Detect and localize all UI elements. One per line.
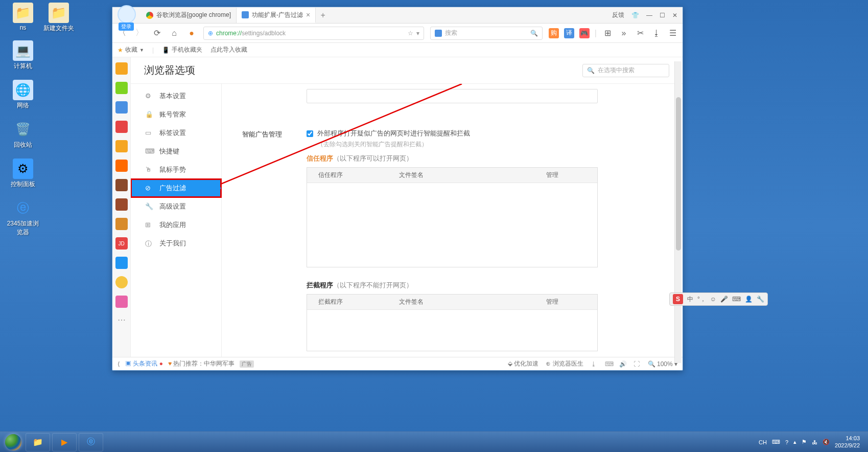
import-favorites[interactable]: 点此导入收藏 — [210, 46, 247, 54]
info-icon: ⓘ — [145, 239, 153, 247]
empty-input-box[interactable] — [307, 89, 598, 103]
search-icon[interactable]: 🔍 — [530, 30, 538, 37]
nav-account-manager[interactable]: 🔒账号管家 — [131, 105, 221, 124]
tray-flag-icon[interactable]: ⚑ — [802, 439, 807, 445]
sidebar-toutiao-icon[interactable] — [115, 121, 128, 133]
checkbox-label: 外部程序打开疑似广告的网页时进行智能提醒和拦截 — [317, 129, 470, 138]
ime-settings-icon[interactable]: 🔧 — [757, 296, 764, 303]
nav-adblock[interactable]: ⊘广告过滤 — [131, 179, 221, 197]
sound-status-icon[interactable]: 🔊 — [619, 360, 626, 368]
forward-button[interactable]: 〉 — [134, 28, 145, 39]
new-tab-button[interactable]: + — [316, 11, 330, 20]
address-bar[interactable]: ⊕ chrome://settings/adblock ☆ ▾ — [203, 27, 424, 40]
minimize-button[interactable]: — — [646, 12, 652, 19]
search-engine-icon[interactable] — [435, 30, 442, 37]
login-avatar[interactable]: 登录 — [112, 4, 141, 27]
more-icon[interactable]: » — [618, 28, 629, 39]
download-icon[interactable]: ⭳ — [651, 28, 662, 39]
optimize-button[interactable]: ⬙ 优化加速 — [508, 359, 538, 368]
smart-ad-checkbox[interactable] — [307, 130, 313, 137]
nav-my-apps[interactable]: ⊞我的应用 — [131, 216, 221, 234]
nav-tab-settings[interactable]: ▭标签设置 — [131, 124, 221, 142]
sidebar-game-icon[interactable] — [115, 179, 128, 191]
tray-up-icon[interactable]: ▴ — [793, 439, 796, 445]
desktop-icon-2345-browser[interactable]: ⓔ2345加速浏览器 — [5, 198, 41, 237]
skin-icon[interactable]: 👕 — [631, 12, 639, 19]
sidebar-game2-icon[interactable] — [115, 218, 128, 230]
ime-punct-icon[interactable]: °， — [697, 295, 706, 304]
settings-search-input[interactable]: 🔍 在选项中搜索 — [582, 64, 669, 77]
desktop-icon-recycle[interactable]: 🗑️回收站 — [5, 119, 41, 149]
sidebar-blue-icon[interactable] — [115, 257, 128, 269]
reload-button[interactable]: ⟳ — [151, 28, 162, 39]
shop-icon[interactable]: 购 — [549, 28, 559, 38]
browser-doctor-button[interactable]: ⊕ 浏览器医生 — [546, 359, 583, 368]
wrench-icon: 🔧 — [145, 202, 153, 211]
translate-icon[interactable]: 译 — [564, 28, 574, 38]
nav-about[interactable]: ⓘ关于我们 — [131, 234, 221, 253]
game-icon[interactable]: 🎮 — [579, 28, 590, 38]
desktop-icon-ns[interactable]: 📁ns — [5, 3, 41, 31]
sidebar-doc-icon[interactable] — [115, 101, 128, 114]
sidebar-taobao-icon[interactable] — [115, 160, 128, 172]
desktop-icon-computer[interactable]: 💻计算机 — [5, 40, 41, 71]
mobile-favorites[interactable]: 📱手机收藏夹 — [162, 46, 202, 54]
menu-icon[interactable]: ☰ — [667, 28, 678, 39]
star-icon[interactable]: ☆ — [408, 30, 413, 37]
ime-mic-icon[interactable]: 🎤 — [720, 296, 728, 303]
sidebar-orange-icon[interactable] — [115, 276, 128, 288]
nav-mouse-gestures[interactable]: 🖱鼠标手势 — [131, 161, 221, 179]
fullscreen-status-icon[interactable]: ⛶ — [634, 360, 641, 368]
tray-lang[interactable]: CH — [759, 439, 767, 445]
screenshot-icon[interactable]: ✂ — [635, 28, 646, 39]
taskbar-media-player[interactable]: ▶ — [52, 433, 77, 451]
tray-keyboard-icon[interactable]: ⌨ — [772, 439, 780, 445]
sidebar-more-icon[interactable]: ⋯ — [115, 315, 128, 327]
news-button[interactable]: ▣ 头条资讯 ● — [125, 359, 163, 368]
sidebar-clock-icon[interactable] — [115, 82, 128, 94]
sidebar-star-icon[interactable] — [115, 62, 128, 75]
tray-help-icon[interactable]: ? — [785, 439, 788, 445]
sidebar-app-icon[interactable] — [115, 198, 128, 211]
maximize-button[interactable]: ☐ — [660, 12, 665, 19]
ime-keyboard-icon[interactable]: ⌨ — [732, 296, 741, 303]
tray-clock[interactable]: 14:03 2022/9/22 — [835, 435, 860, 448]
keyboard-status-icon[interactable]: ⌨ — [605, 360, 612, 368]
ime-emoji-icon[interactable]: ☺ — [710, 296, 716, 303]
feedback-link[interactable]: 反馈 — [612, 11, 624, 19]
desktop-icon-control-panel[interactable]: ⚙控制面板 — [5, 159, 41, 189]
col-trust-program: 信任程序 — [307, 171, 399, 179]
vertical-scrollbar[interactable] — [674, 61, 682, 363]
tab-adblock[interactable]: 功能扩展-广告过滤 × — [237, 8, 316, 23]
sidebar-weibo-icon[interactable] — [115, 140, 128, 152]
dropdown-icon[interactable]: ▾ — [416, 30, 419, 37]
desktop-icon-network[interactable]: 🌐网络 — [5, 80, 41, 110]
ime-toolbar[interactable]: S 中 °， ☺ 🎤 ⌨ 👤 🔧 — [669, 292, 768, 306]
apps-icon[interactable]: ⊞ — [602, 28, 613, 39]
close-window-button[interactable]: ✕ — [672, 12, 677, 19]
ime-user-icon[interactable]: 👤 — [745, 296, 753, 303]
sidebar-pink-icon[interactable] — [115, 296, 128, 308]
taskbar-explorer[interactable]: 📁 — [26, 433, 50, 451]
ime-mode[interactable]: 中 — [687, 295, 693, 304]
tray-network-icon[interactable]: 🖧 — [812, 439, 817, 445]
nav-shortcuts[interactable]: ⌨快捷键 — [131, 142, 221, 161]
start-button[interactable] — [3, 432, 24, 453]
nav-basic-settings[interactable]: ⚙基本设置 — [131, 87, 221, 105]
site-info-icon[interactable]: ⊕ — [208, 30, 213, 37]
search-box[interactable]: 搜索 🔍 — [430, 27, 543, 40]
hot-recommend[interactable]: ♥ 热门推荐：中华网军事 — [168, 359, 234, 368]
collapse-icon[interactable]: ⟨ — [118, 360, 120, 368]
zoom-control[interactable]: 🔍 100% ▾ — [648, 360, 677, 368]
download-status-icon[interactable]: ⭳ — [591, 360, 598, 368]
tray-volume-icon[interactable]: 🔇 — [823, 439, 830, 445]
nav-advanced-settings[interactable]: 🔧高级设置 — [131, 197, 221, 216]
close-tab-icon[interactable]: × — [306, 11, 310, 19]
home-button[interactable]: ⌂ — [169, 28, 180, 39]
sidebar-jd-icon[interactable]: JD — [115, 237, 128, 250]
taskbar-ie[interactable]: ⓔ — [79, 433, 103, 451]
stop-button[interactable]: ● — [186, 28, 197, 39]
tab-chrome[interactable]: 谷歌浏览器[google chrome] — [141, 8, 237, 23]
desktop-icon-new-folder[interactable]: 📁新建文件夹 — [41, 3, 77, 33]
favorites-button[interactable]: ★收藏▼ — [118, 46, 144, 54]
